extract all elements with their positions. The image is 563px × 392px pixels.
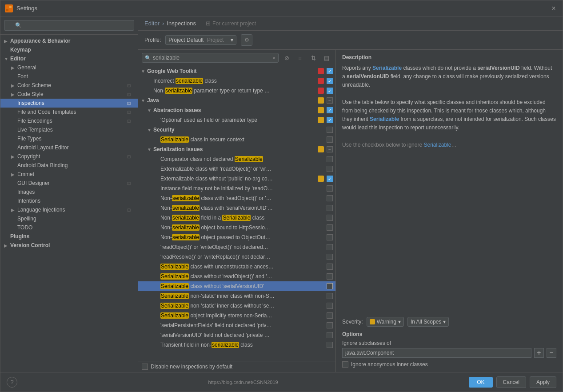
ignore-anon-checkbox[interactable]	[342, 361, 348, 368]
insp-item-s5[interactable]: Non-serializable class with 'readObject(…	[138, 193, 335, 203]
item-checkbox[interactable]	[327, 166, 333, 172]
insp-item-s2[interactable]: Externalizable class with 'readObject()'…	[138, 164, 335, 174]
insp-item-s16[interactable]: Serializable non-'static' inner class wi…	[138, 301, 335, 311]
item-checkbox[interactable]: ✓	[327, 176, 333, 182]
item-checkbox[interactable]	[327, 215, 333, 221]
sidebar-item-keymap[interactable]: Keymap	[0, 45, 138, 54]
remove-button[interactable]: −	[547, 348, 556, 358]
sidebar-search[interactable]	[0, 16, 138, 35]
group-security[interactable]: ▼ Security	[138, 125, 335, 135]
group-serialization[interactable]: ▼ Serialization issues −	[138, 144, 335, 154]
sidebar-item-images[interactable]: Images	[0, 188, 138, 196]
item-checkbox[interactable]	[327, 264, 333, 270]
insp-item-secure[interactable]: Serializable class in secure context	[138, 135, 335, 144]
insp-item-s18[interactable]: 'serialPersistentFields' field not decla…	[138, 320, 335, 330]
search-input[interactable]	[153, 55, 271, 61]
sidebar-item-copyright[interactable]: ▶ Copyright ⊡	[0, 152, 138, 161]
sidebar-item-font[interactable]: Font	[0, 72, 138, 81]
insp-item-s7[interactable]: Non-serializable field in a Serializable…	[138, 213, 335, 223]
item-checkbox[interactable]	[327, 303, 333, 309]
group-checkbox[interactable]: ✓	[327, 107, 333, 113]
collapse-all-button[interactable]: ≡	[295, 52, 305, 63]
insp-item-optional[interactable]: 'Optional' used as field or parameter ty…	[138, 115, 335, 125]
sidebar-item-inspections[interactable]: Inspections ⊡	[0, 99, 138, 108]
sidebar-item-editor[interactable]: ▼ Editor	[0, 54, 138, 63]
insp-item-s8[interactable]: Non-serializable object bound to HttpSes…	[138, 223, 335, 232]
group-abstraction[interactable]: ▼ Abstraction issues ✓	[138, 105, 335, 115]
group-button[interactable]: ▤	[321, 52, 332, 63]
sidebar-item-spelling[interactable]: Spelling	[0, 214, 138, 223]
clear-search-button[interactable]: ×	[273, 55, 276, 60]
cancel-button[interactable]: Cancel	[496, 376, 526, 388]
add-button[interactable]: +	[534, 348, 544, 358]
group-checkbox[interactable]: −	[327, 146, 333, 152]
sidebar-item-general[interactable]: ▶ General	[0, 63, 138, 72]
group-checkbox[interactable]: ✓	[327, 68, 333, 74]
insp-item-s11[interactable]: 'readResolve()' or 'writeReplace()' not …	[138, 252, 335, 262]
apply-button[interactable]: Apply	[530, 376, 556, 388]
insp-item-s6[interactable]: Non-serializable class with 'serialVersi…	[138, 203, 335, 213]
sidebar-item-file-types[interactable]: File Types	[0, 134, 138, 143]
item-checkbox[interactable]	[327, 273, 333, 280]
item-checkbox[interactable]	[327, 195, 333, 201]
item-checkbox[interactable]	[327, 136, 333, 143]
scope-select[interactable]: In All Scopes ▾	[407, 317, 449, 327]
sidebar-item-version-control[interactable]: ▶ Version Control	[0, 241, 138, 250]
sidebar-item-color-scheme[interactable]: ▶ Color Scheme ⊡	[0, 81, 138, 90]
sidebar-item-file-encodings[interactable]: File Encodings ⊡	[0, 116, 138, 125]
close-button[interactable]: ×	[549, 4, 558, 13]
expand-all-button[interactable]: ⇅	[308, 52, 319, 63]
insp-item-s9[interactable]: Non-serializable object passed to Object…	[138, 232, 335, 242]
insp-item-gwt-2[interactable]: Non-serializable parameter type or retur…	[138, 86, 335, 96]
item-checkbox[interactable]	[327, 254, 333, 260]
sidebar-item-gui-designer[interactable]: GUI Designer ⊡	[0, 179, 138, 188]
insp-item-s13[interactable]: Serializable class without 'readObject()…	[138, 272, 335, 281]
sidebar-item-intentions[interactable]: Intentions	[0, 196, 138, 205]
item-checkbox[interactable]	[327, 293, 333, 299]
disable-new-checkbox[interactable]	[142, 364, 148, 370]
insp-item-s12[interactable]: Serializable class with unconstructable …	[138, 262, 335, 272]
sidebar-item-emmet[interactable]: ▶ Emmet	[0, 170, 138, 179]
gear-button[interactable]: ⚙	[241, 34, 252, 46]
item-checkbox[interactable]	[327, 342, 333, 348]
item-checkbox[interactable]: ✓	[327, 117, 333, 123]
item-checkbox[interactable]	[327, 234, 333, 240]
sidebar-item-todo[interactable]: TODO	[0, 223, 138, 232]
filter-button[interactable]: ⊘	[281, 52, 292, 63]
insp-item-gwt-1[interactable]: Incorrect serializable class ✓	[138, 76, 335, 86]
item-checkbox[interactable]	[327, 205, 333, 211]
sidebar-item-live-templates[interactable]: Live Templates	[0, 125, 138, 134]
search-box[interactable]: 🔍 ×	[142, 53, 279, 63]
help-button[interactable]: ?	[7, 377, 17, 388]
sidebar-item-code-style[interactable]: ▶ Code Style ⊡	[0, 90, 138, 99]
item-checkbox[interactable]	[327, 185, 333, 192]
insp-item-s14[interactable]: Serializable class without 'serialVersio…	[138, 281, 335, 291]
item-checkbox[interactable]: ✓	[327, 88, 333, 94]
group-checkbox[interactable]: −	[327, 97, 333, 104]
insp-item-s4[interactable]: Instance field may not be initialized by…	[138, 184, 335, 193]
sidebar-item-lang-injections[interactable]: ▶ Language Injections ⊡	[0, 205, 138, 214]
sidebar-item-file-code-templates[interactable]: File and Code Templates ⊡	[0, 108, 138, 116]
item-checkbox[interactable]: ✓	[327, 78, 333, 84]
sidebar-item-appearance[interactable]: ▶ Appearance & Behavior	[0, 36, 138, 45]
insp-item-s3[interactable]: Externalizable class without 'public' no…	[138, 174, 335, 184]
insp-item-s20[interactable]: Transient field in non-serializable clas…	[138, 340, 335, 350]
insp-item-s17[interactable]: Serializable object implicitly stores no…	[138, 311, 335, 320]
item-checkbox[interactable]	[327, 322, 333, 328]
item-checkbox[interactable]	[327, 332, 333, 338]
group-java[interactable]: ▼ Java −	[138, 96, 335, 105]
group-checkbox[interactable]	[327, 127, 333, 133]
group-gwt[interactable]: ▼ Google Web Toolkit ✓	[138, 66, 335, 76]
insp-item-s10[interactable]: 'readObject()' or 'writeObject()' not de…	[138, 242, 335, 252]
sidebar-item-plugins[interactable]: Plugins	[0, 232, 138, 241]
item-checkbox[interactable]	[327, 312, 333, 319]
insp-item-s19[interactable]: 'serialVersionUID' field not declared 'p…	[138, 330, 335, 340]
insp-item-s1[interactable]: Comparator class not declared Serializab…	[138, 154, 335, 164]
severity-select[interactable]: Warning ▾	[367, 317, 404, 327]
sidebar-item-android-layout[interactable]: Android Layout Editor	[0, 143, 138, 152]
item-checkbox[interactable]	[327, 156, 333, 162]
profile-select[interactable]: Project Default Project ▾	[165, 35, 236, 45]
ok-button[interactable]: OK	[469, 377, 492, 388]
subclass-input[interactable]	[342, 348, 531, 358]
sidebar-search-input[interactable]	[4, 20, 134, 31]
